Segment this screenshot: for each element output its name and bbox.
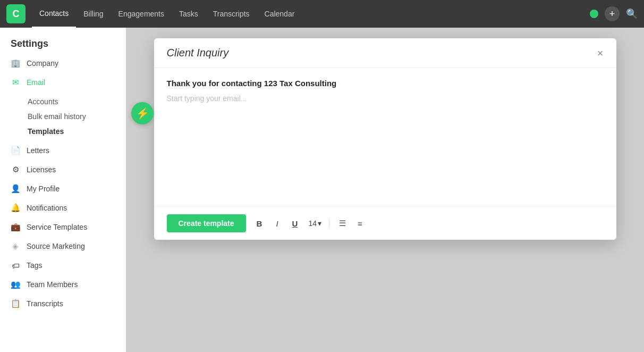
source-marketing-icon: ◈	[11, 241, 20, 251]
sidebar-templates[interactable]: Templates	[0, 124, 126, 139]
service-templates-icon: 💼	[11, 222, 20, 232]
search-icon[interactable]: 🔍	[626, 8, 638, 20]
transcripts-icon: 📋	[11, 299, 20, 308]
settings-title: Settings	[0, 32, 126, 54]
modal-title: Client Inquiry	[167, 47, 229, 59]
sidebar-email-label: Email	[27, 78, 45, 87]
sidebar-company-label: Company	[27, 59, 58, 68]
sidebar-licenses-label: Licenses	[27, 165, 56, 174]
nav-billing[interactable]: Billing	[76, 0, 111, 28]
modal-body[interactable]: Thank you for contacting 123 Tax Consult…	[154, 68, 616, 206]
sidebar-item-licenses[interactable]: ⚙ Licenses	[0, 160, 126, 179]
letters-icon: 📄	[11, 146, 20, 155]
nav-right: + 🔍	[590, 6, 638, 21]
sidebar-profile-label: My Profile	[27, 185, 60, 193]
licenses-icon: ⚙	[11, 165, 20, 174]
nav-items: Contacts Billing Engagements Tasks Trans…	[32, 0, 590, 28]
create-template-button[interactable]: Create template	[167, 214, 246, 232]
modal-close-button[interactable]: ×	[597, 48, 604, 58]
toolbar-divider	[329, 219, 329, 228]
nav-calendar[interactable]: Calendar	[257, 0, 302, 28]
modal-footer: Create template B I U 14 ▾ ☰ ≡	[154, 206, 616, 240]
sidebar-item-company[interactable]: 🏢 Company	[0, 54, 126, 73]
status-dot	[590, 10, 598, 18]
notifications-icon: 🔔	[11, 203, 20, 213]
sidebar-item-team-members[interactable]: 👥 Team Members	[0, 275, 126, 294]
team-icon: 👥	[11, 280, 20, 289]
italic-button[interactable]: I	[273, 217, 281, 230]
sidebar-bulk-email[interactable]: Bulk email history	[0, 109, 126, 124]
modal-header: Client Inquiry ×	[154, 38, 616, 68]
email-body[interactable]: Start typing your email...	[167, 94, 604, 103]
app-logo[interactable]: C	[6, 4, 26, 23]
lightning-icon: ⚡	[136, 107, 149, 120]
underline-button[interactable]: U	[289, 217, 301, 230]
sidebar-notifications-label: Notifications	[27, 204, 67, 212]
layout: Settings 🏢 Company ✉ Email Accounts Bulk…	[0, 28, 644, 352]
font-size-selector[interactable]: 14 ▾	[308, 219, 321, 228]
sidebar-item-email[interactable]: ✉ Email	[0, 73, 126, 92]
sidebar-team-label: Team Members	[27, 280, 78, 289]
client-inquiry-modal: Client Inquiry × Thank you for contactin…	[154, 38, 616, 240]
nav-transcripts[interactable]: Transcripts	[206, 0, 257, 28]
sidebar-item-service-templates[interactable]: 💼 Service Templates	[0, 217, 126, 237]
sidebar-letters-label: Letters	[27, 146, 49, 155]
sidebar-item-my-profile[interactable]: 👤 My Profile	[0, 179, 126, 198]
sidebar-item-notifications[interactable]: 🔔 Notifications	[0, 198, 126, 217]
sidebar-item-letters[interactable]: 📄 Letters	[0, 141, 126, 160]
sidebar: Settings 🏢 Company ✉ Email Accounts Bulk…	[0, 28, 126, 352]
add-button[interactable]: +	[605, 6, 620, 21]
bold-button[interactable]: B	[253, 217, 266, 230]
nav-contacts[interactable]: Contacts	[32, 0, 76, 28]
unordered-list-icon[interactable]: ☰	[337, 217, 348, 229]
font-size-arrow: ▾	[318, 219, 321, 228]
main-content: ⚡ Client Inquiry × Thank you for contact…	[126, 28, 644, 352]
sidebar-item-tags[interactable]: 🏷 Tags	[0, 256, 126, 275]
email-icon: ✉	[11, 78, 20, 87]
sidebar-item-transcripts[interactable]: 📋 Transcripts	[0, 294, 126, 313]
sidebar-item-source-marketing[interactable]: ◈ Source Marketing	[0, 237, 126, 256]
sidebar-source-marketing-label: Source Marketing	[27, 242, 85, 250]
sidebar-tags-label: Tags	[27, 261, 43, 270]
sidebar-transcripts-label: Transcripts	[27, 299, 63, 308]
lightning-button[interactable]: ⚡	[131, 102, 154, 124]
top-nav: C Contacts Billing Engagements Tasks Tra…	[0, 0, 644, 28]
nav-engagements[interactable]: Engagements	[111, 0, 172, 28]
company-icon: 🏢	[11, 58, 20, 68]
profile-icon: 👤	[11, 184, 20, 194]
modal-overlay: Client Inquiry × Thank you for contactin…	[126, 28, 644, 352]
email-subject: Thank you for contacting 123 Tax Consult…	[167, 79, 604, 88]
nav-tasks[interactable]: Tasks	[172, 0, 206, 28]
sidebar-service-templates-label: Service Templates	[27, 223, 87, 231]
font-size-value: 14	[308, 219, 317, 228]
sidebar-accounts[interactable]: Accounts	[0, 94, 126, 109]
tags-icon: 🏷	[11, 261, 20, 270]
email-sub-section: Accounts Bulk email history Templates	[0, 92, 126, 141]
ordered-list-icon[interactable]: ≡	[355, 218, 365, 229]
